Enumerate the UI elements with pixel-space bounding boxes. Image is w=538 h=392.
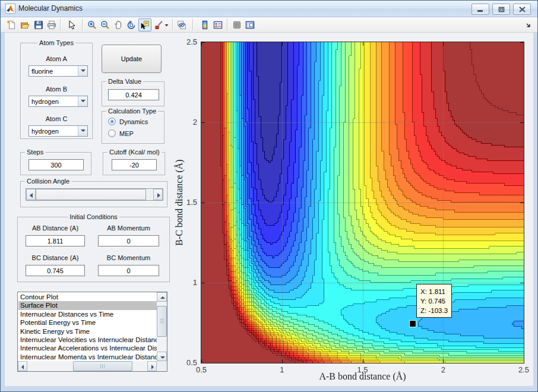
show-plot-tools-icon[interactable] bbox=[245, 20, 255, 30]
potential-surface-plot[interactable] bbox=[201, 42, 524, 363]
atom-b-dropdown-button[interactable] bbox=[78, 96, 87, 106]
atom-b-value: hydrogen bbox=[31, 97, 59, 106]
ab-momentum-label: AB Momentum bbox=[98, 225, 159, 232]
list-item[interactable]: Internuclear Accelerations vs Internucle… bbox=[18, 344, 157, 352]
steps-label: Steps bbox=[25, 148, 45, 156]
datatip-box[interactable]: X: 1.811 Y: 0.745 Z: -103.3 bbox=[416, 284, 452, 318]
mep-radio[interactable] bbox=[108, 129, 116, 137]
toolbar-separator bbox=[82, 19, 83, 30]
calculation-type-panel: Calculation Type Dynamics MEP bbox=[102, 111, 164, 144]
slider-left-arrow[interactable] bbox=[26, 189, 36, 200]
cutoff-panel: Cutoff (Kcal/ mol) bbox=[103, 152, 165, 175]
app-window: Molecular Dynamics Atom Types Atom A flu… bbox=[0, 0, 538, 392]
y-tick-label: 1 bbox=[173, 278, 197, 287]
chevron-down-icon bbox=[81, 129, 86, 132]
arrow-right-icon bbox=[157, 193, 160, 198]
title-bar[interactable]: Molecular Dynamics bbox=[1, 1, 537, 17]
zoom-out-icon[interactable] bbox=[100, 20, 110, 30]
delta-value-field[interactable] bbox=[108, 89, 159, 100]
zoom-in-icon[interactable] bbox=[87, 20, 97, 30]
steps-field[interactable] bbox=[29, 159, 84, 170]
listbox-horizontal-scrollbar[interactable] bbox=[18, 361, 157, 371]
open-file-icon[interactable] bbox=[20, 20, 30, 30]
x-axis-label: A-B bond distance (Å) bbox=[201, 371, 524, 382]
toolbar-overflow-icon[interactable] bbox=[526, 20, 535, 30]
radio-dot-icon bbox=[110, 120, 113, 123]
cutoff-field[interactable] bbox=[112, 159, 157, 170]
atom-c-dropdown-button[interactable] bbox=[78, 126, 87, 136]
window-frame-right bbox=[533, 33, 537, 391]
new-figure-icon[interactable] bbox=[7, 20, 16, 30]
ab-distance-field[interactable] bbox=[26, 235, 85, 246]
print-figure-icon[interactable] bbox=[47, 20, 56, 30]
slider-thumb[interactable] bbox=[36, 189, 146, 200]
horizontal-scroll-thumb[interactable] bbox=[73, 361, 132, 371]
arrow-right-icon bbox=[151, 365, 154, 369]
dynamics-radio[interactable] bbox=[108, 118, 116, 125]
delta-value-label: Delta Value bbox=[106, 78, 143, 86]
data-cursor-icon[interactable] bbox=[138, 18, 151, 31]
insert-colorbar-icon[interactable] bbox=[200, 20, 210, 30]
rotate-3d-icon[interactable] bbox=[126, 20, 136, 30]
pan-icon[interactable] bbox=[113, 20, 123, 30]
window-frame-bottom bbox=[1, 386, 537, 391]
toolbar-separator bbox=[60, 19, 61, 30]
minimize-button[interactable] bbox=[471, 4, 489, 15]
atom-c-dropdown[interactable]: hydrogen bbox=[29, 125, 88, 137]
minimize-icon bbox=[477, 7, 483, 12]
scrollbar-corner bbox=[157, 361, 167, 371]
list-item[interactable]: Kinetic Energy vs Time bbox=[18, 327, 157, 336]
slider-right-arrow[interactable] bbox=[153, 189, 163, 200]
list-item[interactable]: Internuclear Distances vs Time bbox=[18, 310, 157, 318]
toolbar-separator bbox=[192, 19, 193, 30]
link-plot-icon[interactable] bbox=[177, 20, 186, 30]
restore-button[interactable] bbox=[492, 4, 510, 15]
cutoff-label: Cutoff (Kcal/ mol) bbox=[107, 148, 162, 156]
bc-distance-label: BC Distance (A) bbox=[26, 254, 85, 261]
scroll-grip-icon bbox=[100, 364, 105, 368]
list-item[interactable]: Surface Plot bbox=[18, 301, 157, 309]
arrow-left-icon bbox=[30, 193, 33, 198]
listbox-vertical-scrollbar[interactable] bbox=[157, 292, 167, 361]
steps-panel: Steps bbox=[20, 152, 91, 175]
atom-a-dropdown-button[interactable] bbox=[78, 66, 87, 76]
brush-dropdown-icon[interactable] bbox=[164, 20, 174, 30]
datatip-y: Y: 0.745 bbox=[420, 296, 448, 306]
ab-momentum-field[interactable] bbox=[98, 235, 159, 246]
brush-icon[interactable] bbox=[154, 20, 163, 30]
update-button[interactable]: Update bbox=[102, 45, 162, 73]
collision-angle-label: Collision Angle bbox=[25, 178, 71, 185]
collision-angle-slider[interactable] bbox=[26, 188, 163, 201]
hide-plot-tools-icon[interactable] bbox=[232, 20, 242, 30]
bc-momentum-field[interactable] bbox=[98, 265, 159, 276]
datatip-x: X: 1.811 bbox=[420, 287, 448, 296]
list-item[interactable]: Potential Energy vs Time bbox=[18, 318, 157, 327]
list-item[interactable]: Internuclear Momenta vs Internuclear Dis… bbox=[18, 353, 157, 361]
scroll-up-button[interactable] bbox=[157, 292, 167, 302]
close-button[interactable] bbox=[513, 4, 531, 15]
save-figure-icon[interactable] bbox=[34, 20, 43, 30]
list-item[interactable]: Contour Plot bbox=[18, 293, 157, 301]
atom-b-dropdown[interactable]: hydrogen bbox=[29, 96, 88, 107]
restore-icon bbox=[498, 7, 505, 12]
list-item[interactable]: Internuclear Velocities vs Internuclear … bbox=[18, 336, 157, 344]
bc-momentum-label: BC Momentum bbox=[98, 254, 159, 261]
scroll-left-button[interactable] bbox=[18, 361, 27, 371]
bc-distance-field[interactable] bbox=[26, 265, 85, 276]
ab-distance-label: AB Distance (A) bbox=[26, 225, 85, 232]
datatip-z: Z: -103.3 bbox=[420, 306, 448, 315]
plot-type-listbox[interactable]: Contour PlotSurface PlotInternuclear Dis… bbox=[17, 292, 167, 372]
close-icon bbox=[519, 7, 526, 12]
chevron-down-icon bbox=[81, 69, 86, 72]
scroll-down-button[interactable] bbox=[157, 352, 167, 361]
y-tick-label: 0.5 bbox=[173, 358, 197, 367]
pointer-icon[interactable] bbox=[67, 20, 77, 30]
atom-a-value: fluorine bbox=[31, 67, 53, 76]
arrow-down-icon bbox=[160, 356, 165, 359]
vertical-scroll-thumb[interactable] bbox=[157, 306, 167, 337]
matlab-icon bbox=[5, 4, 15, 14]
atom-a-dropdown[interactable]: fluorine bbox=[29, 65, 88, 77]
insert-legend-icon[interactable] bbox=[213, 20, 223, 30]
scroll-right-button[interactable] bbox=[147, 361, 157, 371]
datatip-marker[interactable] bbox=[410, 321, 416, 327]
